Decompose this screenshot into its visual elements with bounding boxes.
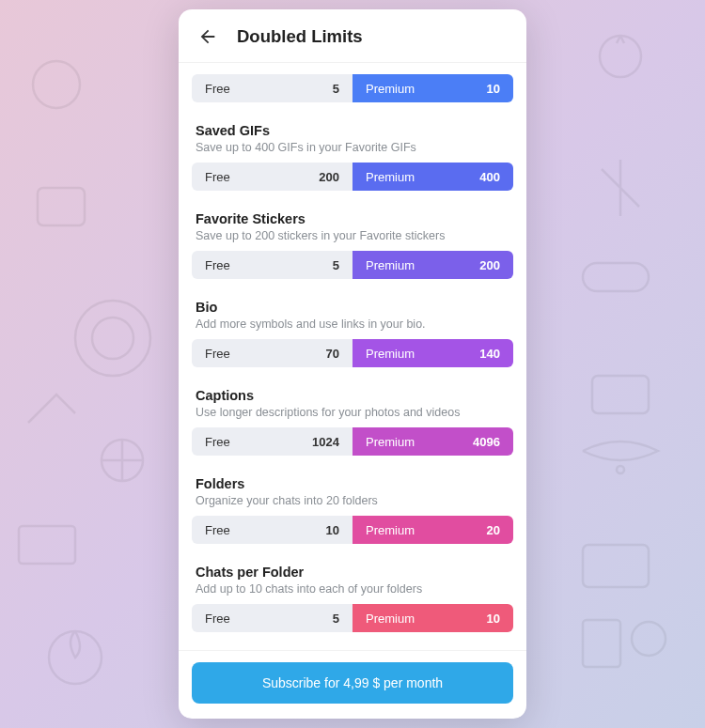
svg-point-13 xyxy=(102,440,143,481)
limit-bar: Free 10 Premium 20 xyxy=(192,516,513,544)
bar-premium-label: Premium xyxy=(366,258,415,272)
svg-point-2 xyxy=(75,301,150,376)
bar-premium-value: 200 xyxy=(479,258,500,272)
limit-item-favorite-stickers: Favorite Stickers Save up to 200 sticker… xyxy=(192,211,513,279)
bar-premium-value: 10 xyxy=(487,82,500,96)
bar-premium-value: 4096 xyxy=(473,435,500,449)
svg-point-11 xyxy=(632,622,666,656)
bar-free: Free 200 xyxy=(192,163,352,191)
limit-desc: Save up to 200 stickers in your Favorite… xyxy=(192,229,513,242)
limit-bar: Free 70 Premium 140 xyxy=(192,339,513,367)
bar-free-value: 1024 xyxy=(312,435,339,449)
limit-bar: Free 200 Premium 400 xyxy=(192,163,513,191)
arrow-left-icon xyxy=(197,26,218,47)
limit-item-bio: Bio Add more symbols and use links in yo… xyxy=(192,300,513,367)
limit-title: Saved GIFs xyxy=(192,123,513,138)
limit-item-folders: Folders Organize your chats into 20 fold… xyxy=(192,476,513,544)
limit-bar: Free 5 Premium 10 xyxy=(192,604,513,632)
bar-premium-value: 20 xyxy=(487,523,500,537)
limit-bar: Free 5 Premium 200 xyxy=(192,251,513,279)
limit-desc: Add more symbols and use links in your b… xyxy=(192,318,513,331)
limit-title: Bio xyxy=(192,300,513,315)
bar-free: Free 10 xyxy=(192,516,352,544)
limit-title: Chats per Folder xyxy=(192,565,513,580)
bar-free-label: Free xyxy=(205,82,230,96)
svg-rect-10 xyxy=(583,545,649,587)
limit-title: Captions xyxy=(192,388,513,403)
bar-free: Free 5 xyxy=(192,604,352,632)
content-scroll[interactable]: Free 5 Premium 10 Saved GIFs Save up to … xyxy=(179,63,526,650)
bar-free-value: 200 xyxy=(319,170,339,184)
bar-free: Free 5 xyxy=(192,74,352,102)
bar-free-value: 10 xyxy=(326,523,339,537)
bar-premium-value: 10 xyxy=(487,612,500,626)
bar-premium: Premium 10 xyxy=(352,604,513,632)
svg-point-3 xyxy=(92,318,133,359)
bar-premium-label: Premium xyxy=(366,347,415,361)
bar-premium-label: Premium xyxy=(366,170,415,184)
limit-desc: Organize your chats into 20 folders xyxy=(192,494,513,507)
svg-rect-8 xyxy=(592,376,649,413)
limit-title: Favorite Stickers xyxy=(192,211,513,226)
limit-desc: Add up to 10 chats into each of your fol… xyxy=(192,582,513,596)
bar-premium: Premium 20 xyxy=(352,516,513,544)
svg-point-6 xyxy=(600,36,641,77)
bar-free: Free 5 xyxy=(192,251,352,279)
bar-free: Free 1024 xyxy=(192,427,352,456)
bar-premium-label: Premium xyxy=(366,82,415,96)
bar-free-label: Free xyxy=(205,523,230,537)
svg-point-0 xyxy=(33,61,80,108)
page-title: Doubled Limits xyxy=(237,26,363,47)
limit-title: Folders xyxy=(192,476,513,491)
limit-item-chats-per-folder: Chats per Folder Add up to 10 chats into… xyxy=(192,565,513,632)
limit-bar: Free 1024 Premium 4096 xyxy=(192,427,513,456)
bar-premium-label: Premium xyxy=(366,523,415,537)
bar-premium-label: Premium xyxy=(366,612,415,626)
bar-free-value: 5 xyxy=(333,82,339,96)
limit-item-saved-gifs: Saved GIFs Save up to 400 GIFs in your F… xyxy=(192,123,513,191)
bar-free-label: Free xyxy=(205,612,230,626)
svg-point-9 xyxy=(617,466,624,473)
svg-rect-7 xyxy=(583,263,649,291)
limit-item-captions: Captions Use longer descriptions for you… xyxy=(192,388,513,456)
subscribe-button[interactable]: Subscribe for 4,99 $ per month xyxy=(192,662,513,704)
bar-free: Free 70 xyxy=(192,339,352,367)
bar-premium: Premium 200 xyxy=(352,251,513,279)
bar-premium-value: 400 xyxy=(479,170,500,184)
limit-desc: Use longer descriptions for your photos … xyxy=(192,406,513,419)
bar-free-label: Free xyxy=(205,347,230,361)
bar-premium-label: Premium xyxy=(366,435,415,449)
svg-point-5 xyxy=(49,631,102,684)
bar-premium-value: 140 xyxy=(479,347,500,361)
bar-free-value: 70 xyxy=(326,347,339,361)
footer: Subscribe for 4,99 $ per month xyxy=(179,650,526,719)
bar-free-label: Free xyxy=(205,435,230,449)
back-button[interactable] xyxy=(196,24,220,49)
bar-free-label: Free xyxy=(205,170,230,184)
limit-bar: Free 5 Premium 10 xyxy=(192,74,513,102)
bar-premium: Premium 140 xyxy=(352,339,513,367)
bar-free-label: Free xyxy=(205,258,230,272)
bar-premium: Premium 10 xyxy=(352,74,513,102)
header: Doubled Limits xyxy=(179,9,526,63)
phone-frame: Doubled Limits Free 5 Premium 10 Saved G… xyxy=(179,9,526,719)
svg-rect-1 xyxy=(38,188,85,225)
bar-premium: Premium 4096 xyxy=(352,427,513,456)
bar-free-value: 5 xyxy=(333,612,339,626)
bar-free-value: 5 xyxy=(333,258,339,272)
svg-rect-12 xyxy=(583,620,620,667)
svg-rect-4 xyxy=(19,526,75,564)
bar-premium: Premium 400 xyxy=(352,163,513,191)
limit-desc: Save up to 400 GIFs in your Favorite GIF… xyxy=(192,141,513,154)
limit-item: Free 5 Premium 10 xyxy=(192,74,513,102)
